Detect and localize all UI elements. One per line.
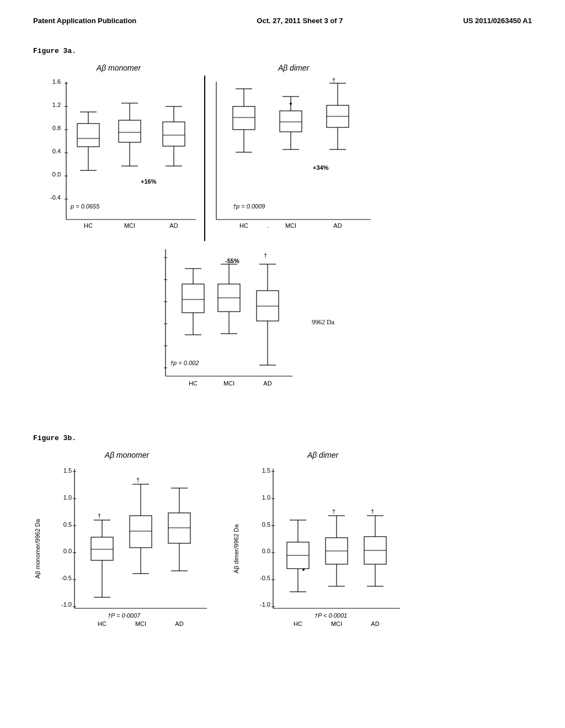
svg-text:-1.0: -1.0 bbox=[61, 601, 72, 608]
figure-3b-monomer: Aβ monomer Aβ monomer/9962 Da 1.5 1.0 0.… bbox=[33, 451, 221, 639]
svg-rect-22 bbox=[119, 120, 141, 142]
svg-text:MCI: MCI bbox=[223, 380, 234, 387]
figure-3b-dimer: Aβ dimer Aβ dimer/9962 Da 1.5 1.0 0.5 0.… bbox=[232, 451, 414, 639]
page: Patent Application Publication Oct. 27, … bbox=[0, 0, 565, 728]
svg-rect-47 bbox=[280, 111, 302, 132]
svg-text:†: † bbox=[98, 512, 101, 519]
svg-text:1.5: 1.5 bbox=[63, 467, 72, 474]
header-right: US 2011/0263450 A1 bbox=[463, 17, 532, 25]
svg-text:1.5: 1.5 bbox=[262, 467, 270, 474]
svg-text:AD: AD bbox=[371, 620, 379, 627]
svg-text:-55%: -55% bbox=[225, 258, 239, 264]
svg-text:MCI: MCI bbox=[285, 222, 296, 229]
figure-3a: Figure 3a. Aβ monomer 1.6 1.2 0.8 0.4 0.… bbox=[33, 47, 532, 406]
figure-3b-label: Figure 3b. bbox=[33, 434, 532, 442]
figure-3b-dimer-title: Aβ dimer bbox=[232, 451, 414, 459]
ab-monomer-chart: Aβ monomer 1.6 1.2 0.8 0.4 0.0 -0.4 bbox=[33, 63, 204, 247]
ab-dimer-svg: † +34% †p = 0.0009 HC MCI AD . bbox=[205, 73, 382, 244]
svg-text:0.0: 0.0 bbox=[63, 548, 72, 554]
svg-text:0.0: 0.0 bbox=[262, 548, 270, 554]
svg-text:†P < 0·0001: †P < 0·0001 bbox=[315, 612, 347, 619]
svg-rect-115 bbox=[91, 537, 113, 560]
svg-text:p = 0.0655: p = 0.0655 bbox=[70, 203, 100, 210]
svg-text:+16%: +16% bbox=[141, 178, 157, 185]
svg-text:-1.0: -1.0 bbox=[260, 601, 270, 608]
svg-point-157 bbox=[302, 569, 305, 571]
svg-text:†P = 0·0007: †P = 0·0007 bbox=[108, 612, 141, 619]
svg-text:-0.5: -0.5 bbox=[61, 575, 72, 581]
svg-text:HC: HC bbox=[84, 222, 93, 229]
svg-text:†: † bbox=[332, 77, 335, 83]
svg-text:0.5: 0.5 bbox=[262, 521, 270, 528]
svg-text:†: † bbox=[136, 477, 140, 483]
ab-dimer-chart: Aβ dimer bbox=[205, 63, 382, 247]
svg-rect-75 bbox=[182, 284, 204, 313]
ab-monomer-title: Aβ monomer bbox=[33, 63, 204, 72]
figure-3a-label: Figure 3a. bbox=[33, 47, 532, 55]
svg-text:†p = 0.0009: †p = 0.0009 bbox=[233, 203, 265, 210]
bottom-chart-svg: † -55% †p = 0.002 HC MCI AD bbox=[143, 241, 309, 406]
ab-monomer-svg: 1.6 1.2 0.8 0.4 0.0 -0.4 bbox=[33, 73, 204, 244]
svg-text:1.6: 1.6 bbox=[52, 78, 61, 85]
svg-text:0.8: 0.8 bbox=[52, 125, 61, 131]
ab-dimer-title: Aβ dimer bbox=[205, 63, 382, 72]
svg-text:†: † bbox=[264, 252, 267, 259]
svg-text:0.0: 0.0 bbox=[52, 171, 61, 178]
svg-text:†p = 0.002: †p = 0.002 bbox=[170, 360, 199, 366]
svg-text:AD: AD bbox=[169, 222, 178, 229]
svg-text:1.0: 1.0 bbox=[63, 494, 72, 501]
svg-text:1.2: 1.2 bbox=[52, 101, 61, 108]
svg-text:MCI: MCI bbox=[135, 620, 146, 627]
svg-text:MCI: MCI bbox=[331, 620, 342, 627]
header-left: Patent Application Publication bbox=[33, 17, 136, 25]
svg-text:Aβ dimer/9962 Da: Aβ dimer/9962 Da bbox=[233, 524, 239, 574]
svg-text:HC: HC bbox=[189, 380, 198, 387]
svg-text:1.0: 1.0 bbox=[262, 494, 270, 501]
svg-rect-41 bbox=[233, 106, 255, 130]
figure-3a-bottom: † -55% †p = 0.002 HC MCI AD 9962 Da bbox=[143, 241, 532, 406]
figure-3b-charts: Aβ monomer Aβ monomer/9962 Da 1.5 1.0 0.… bbox=[33, 451, 532, 639]
svg-rect-16 bbox=[77, 124, 99, 147]
svg-text:Aβ monomer/9962 Da: Aβ monomer/9962 Da bbox=[34, 518, 41, 579]
svg-rect-122 bbox=[130, 516, 152, 548]
svg-text:†: † bbox=[332, 508, 335, 515]
svg-text:0.4: 0.4 bbox=[52, 148, 61, 154]
svg-text:†: † bbox=[371, 508, 374, 515]
svg-text:-0.5: -0.5 bbox=[260, 575, 270, 581]
svg-text:AD: AD bbox=[263, 380, 271, 387]
svg-text:AD: AD bbox=[175, 620, 183, 627]
svg-text:HC: HC bbox=[294, 620, 302, 627]
svg-text:+34%: +34% bbox=[313, 164, 329, 171]
svg-text:.: . bbox=[267, 222, 269, 229]
page-header: Patent Application Publication Oct. 27, … bbox=[33, 17, 532, 25]
svg-text:MCI: MCI bbox=[124, 222, 135, 229]
header-middle: Oct. 27, 2011 Sheet 3 of 7 bbox=[257, 17, 343, 25]
chart-9962da-label: 9962 Da bbox=[312, 318, 334, 406]
svg-point-51 bbox=[290, 103, 292, 105]
svg-rect-28 bbox=[163, 122, 185, 146]
svg-text:-0.4: -0.4 bbox=[50, 194, 61, 201]
figure-3b: Figure 3b. Aβ monomer Aβ monomer/9962 Da… bbox=[33, 434, 532, 639]
svg-text:0.5: 0.5 bbox=[63, 521, 72, 528]
svg-text:HC: HC bbox=[239, 222, 248, 229]
figure-3b-monomer-svg: Aβ monomer/9962 Da 1.5 1.0 0.5 0.0 -0.5 … bbox=[33, 461, 221, 637]
figure-3b-dimer-svg: Aβ dimer/9962 Da 1.5 1.0 0.5 0.0 -0.5 -1… bbox=[232, 461, 414, 637]
svg-text:AD: AD bbox=[333, 222, 342, 229]
figure-3a-charts: Aβ monomer 1.6 1.2 0.8 0.4 0.0 -0.4 bbox=[33, 63, 532, 247]
svg-text:HC: HC bbox=[98, 620, 106, 627]
figure-3b-monomer-title: Aβ monomer bbox=[33, 451, 221, 459]
